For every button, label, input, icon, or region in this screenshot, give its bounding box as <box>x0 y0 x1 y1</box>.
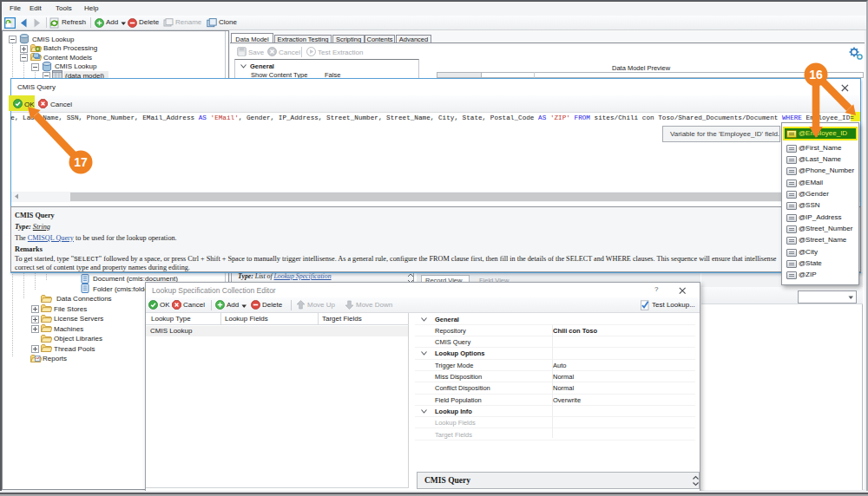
svg-text:17: 17 <box>74 155 88 169</box>
svg-text:16: 16 <box>809 68 823 82</box>
